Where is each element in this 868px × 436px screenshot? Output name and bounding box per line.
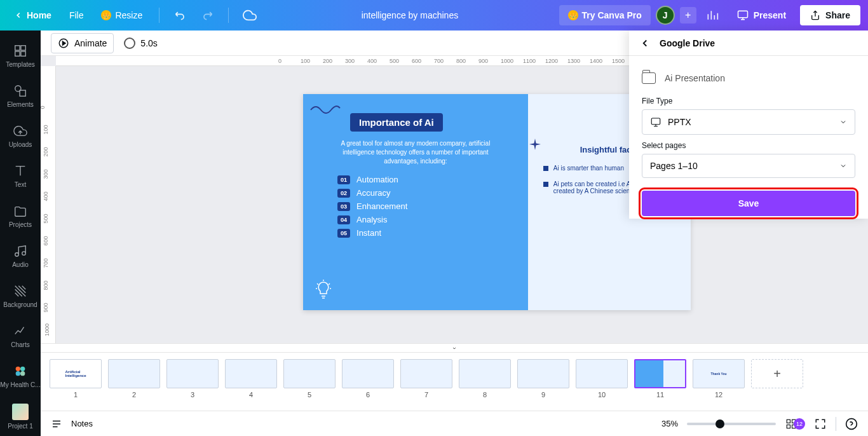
crown-icon: 👑 (568, 10, 578, 20)
pages-select[interactable]: Pages 1–10 (642, 154, 855, 178)
thumbnail[interactable] (342, 359, 394, 388)
thumb-number: 8 (483, 391, 487, 399)
audio-icon (13, 243, 28, 259)
uploads-icon (13, 123, 28, 139)
file-destination-row[interactable]: Ai Presentation (642, 66, 855, 90)
thumb-number: 10 (598, 391, 606, 399)
thumbnail[interactable]: ArtificialIntelligence (50, 359, 102, 388)
duration-value: 5.0s (140, 38, 157, 48)
collapse-thumbs-button[interactable] (41, 343, 868, 352)
svg-rect-4 (21, 51, 25, 56)
thumbnail[interactable] (225, 359, 277, 388)
add-collaborator-button[interactable]: + (680, 7, 696, 24)
thumbnail[interactable] (576, 359, 628, 388)
background-icon (13, 283, 28, 299)
thumbnail[interactable] (283, 359, 336, 388)
fullscreen-button[interactable] (814, 418, 827, 430)
sidebar-item-audio[interactable]: Audio (0, 238, 41, 273)
zoom-slider[interactable] (687, 423, 776, 425)
sidebar-item-projects[interactable]: Projects (0, 198, 41, 233)
redo-button[interactable] (196, 4, 218, 26)
save-button[interactable]: Save (642, 191, 855, 216)
animate-button[interactable]: Animate (51, 33, 114, 53)
filetype-select[interactable]: PPTX (642, 109, 855, 135)
user-avatar[interactable]: J (656, 6, 675, 25)
try-pro-label: Try Canva Pro (582, 10, 642, 20)
home-button[interactable]: Home (8, 6, 58, 24)
share-label: Share (825, 10, 850, 20)
thumbnail[interactable] (108, 359, 160, 388)
sidebar-item-templates[interactable]: Templates (0, 38, 41, 73)
text-icon (13, 163, 28, 179)
lightbulb-icon (315, 280, 332, 300)
svg-rect-15 (787, 425, 790, 428)
svg-point-8 (20, 367, 25, 371)
thumb-number: 6 (366, 391, 370, 399)
svg-rect-1 (15, 46, 20, 50)
slide-subtitle: A great tool for almost any modern compa… (325, 139, 506, 166)
thumbnail[interactable]: Thank You (693, 359, 745, 388)
sidebar-item-text[interactable]: Text (0, 158, 41, 193)
list-item: 05Instant (337, 228, 506, 238)
slide-list: 01Automation 02Accuracy 03Enhancement 04… (337, 175, 506, 238)
thumbnail-strip: ArtificialIntelligence1 2 3 4 5 6 7 8 9 … (41, 352, 868, 411)
sidebar-label: Background (3, 301, 37, 308)
templates-icon (13, 43, 28, 58)
list-item: 04Analysis (337, 215, 506, 224)
present-label: Present (754, 10, 786, 20)
resize-button[interactable]: 👑 Resize (95, 6, 149, 24)
duration-control[interactable]: 5.0s (124, 37, 157, 49)
zoom-value: 35% (661, 419, 678, 428)
try-pro-button[interactable]: 👑 Try Canva Pro (559, 5, 651, 25)
sidebar-item-project1[interactable]: Project 1 (0, 399, 41, 435)
sidebar-item-uploads[interactable]: Uploads (0, 118, 41, 153)
page-count-badge: 12 (794, 418, 805, 430)
thumbnail[interactable] (400, 359, 452, 388)
sparkle-icon (529, 139, 541, 150)
list-item: 03Enhancement (337, 201, 506, 211)
sidebar-item-elements[interactable]: Elements (0, 78, 41, 113)
divider (228, 8, 229, 23)
file-menu[interactable]: File (63, 6, 90, 24)
thumbnail[interactable] (517, 359, 569, 388)
notes-icon[interactable] (51, 418, 62, 430)
sidebar-label: My Health C... (0, 381, 40, 388)
panel-title: Google Drive (660, 38, 715, 48)
left-sidebar: Templates Elements Uploads Text Projects… (0, 31, 41, 436)
thumb-number: 7 (424, 391, 428, 399)
analytics-button[interactable] (702, 4, 723, 26)
list-item: 01Automation (337, 175, 506, 184)
thumbnail[interactable] (459, 359, 511, 388)
cloud-sync-button[interactable] (239, 4, 261, 26)
pages-value: Pages 1–10 (650, 161, 698, 171)
folder-icon (13, 203, 28, 219)
sidebar-label: Text (15, 181, 26, 188)
thumb-number: 12 (715, 391, 722, 399)
file-name: Ai Presentation (665, 73, 725, 83)
thumb-number: 2 (132, 391, 136, 399)
chevron-down-icon (451, 346, 458, 351)
undo-button[interactable] (170, 4, 191, 26)
redo-icon (201, 9, 214, 22)
elements-icon (13, 83, 28, 99)
sidebar-item-charts[interactable]: Charts (0, 318, 41, 353)
sidebar-item-myhealth[interactable]: My Health C... (0, 358, 41, 393)
sidebar-item-background[interactable]: Background (0, 278, 41, 313)
clock-icon (124, 37, 135, 49)
sidebar-label: Uploads (9, 141, 32, 148)
help-button[interactable] (845, 418, 858, 430)
slide-title: Importance of Ai (350, 113, 443, 132)
thumbnail[interactable] (166, 359, 219, 388)
document-title[interactable]: intelligence by machines (261, 10, 559, 20)
project-thumb-icon (12, 404, 29, 420)
svg-rect-2 (21, 46, 25, 50)
thumbnail[interactable] (634, 359, 686, 388)
share-button[interactable]: Share (800, 5, 860, 25)
filetype-label: File Type (642, 97, 855, 106)
present-button[interactable]: Present (728, 4, 795, 26)
home-label: Home (27, 10, 51, 20)
add-page-button[interactable]: + (751, 359, 803, 388)
back-icon[interactable] (639, 37, 651, 49)
notes-label[interactable]: Notes (71, 419, 93, 428)
presentation-icon (737, 10, 749, 21)
